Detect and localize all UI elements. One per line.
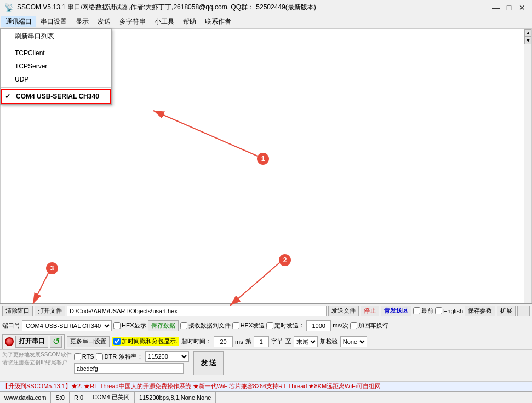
toolbar-row1: 清除窗口 打开文件 发送文件 停止 青发送区 最前 English 保存参数 扩… — [0, 304, 532, 318]
scrollbar[interactable]: ▲ ▼ — [524, 29, 531, 303]
menu-bar: 通讯端口 串口设置 显示 发送 多字符串 小工具 帮助 联系作者 — [0, 15, 532, 28]
status-r: R:0 — [70, 392, 88, 403]
dropdown-item-udp[interactable]: UDP — [1, 73, 111, 86]
send-text-row — [74, 363, 189, 374]
rts-dtr-row: RTS DTR 波特率： 115200 — [74, 351, 189, 362]
toolbar-row3: 打开串口 ↺ 更多串口设置 加时间戳和分包显示. 超时时间： ms 第 字节 至… — [0, 333, 532, 350]
dropdown-item-tcpclient[interactable]: TCPClient — [1, 47, 111, 60]
send-button[interactable]: 发 送 — [193, 351, 224, 375]
maximize-button[interactable]: □ — [504, 2, 514, 13]
open-port-button[interactable]: 打开串口 — [15, 336, 48, 348]
stop-button[interactable]: 停止 — [361, 306, 379, 316]
menu-serial-settings[interactable]: 串口设置 — [36, 16, 71, 27]
upgrade-text: 【升级到SSCOM5.13.1】★2. ★RT-Thread中国人的开源免费操作… — [0, 382, 381, 390]
dropdown-item-tcpserver[interactable]: TCPServer — [1, 60, 111, 73]
minimize-button[interactable]: — — [490, 2, 501, 13]
timestamp-checkbox[interactable] — [113, 338, 121, 345]
port-select[interactable]: COM4 USB-SERIAL CH340 — [22, 320, 112, 331]
timestamp-label[interactable]: 加时间戳和分包显示. — [112, 337, 179, 346]
port-status-indicator — [5, 337, 14, 346]
to-label: 至 — [285, 337, 291, 346]
timed-interval-input[interactable] — [306, 320, 331, 331]
bottom-controls-area: 清除窗口 打开文件 发送文件 停止 青发送区 最前 English 保存参数 扩… — [0, 303, 532, 380]
rts-label[interactable]: RTS — [74, 353, 94, 360]
dash-button[interactable]: — — [517, 306, 530, 316]
app-icon: 📡 — [4, 3, 14, 12]
checkbox-english[interactable] — [435, 307, 442, 314]
menu-help[interactable]: 帮助 — [179, 16, 201, 27]
dropdown-separator — [1, 45, 111, 45]
menu-comm-port[interactable]: 通讯端口 — [1, 16, 36, 27]
add-return-label[interactable]: 加回车换行 — [350, 321, 388, 330]
receive-to-file-checkbox[interactable] — [180, 322, 187, 329]
title-bar-left: 📡 SSCOM V5.13.1 串口/网络数据调试器,作者:大虾丁丁,26180… — [4, 3, 316, 12]
qing-send-region-button[interactable]: 青发送区 — [381, 306, 411, 316]
rts-dtr-group: RTS DTR 波特率： 115200 — [74, 351, 189, 374]
status-bar: www.daxia.com S:0 R:0 COM4 已关闭 115200bps… — [0, 391, 532, 403]
dropdown-separator-2 — [1, 87, 111, 88]
timeout-unit: ms — [235, 338, 243, 345]
rts-dtr-baud-group: 为了更好地发展SSCOM软件 请您注册嘉立创IP结尾客户 — [2, 351, 72, 366]
dtr-checkbox[interactable] — [96, 353, 103, 360]
menu-contact[interactable]: 联系作者 — [201, 16, 236, 27]
add-return-checkbox[interactable] — [350, 322, 357, 329]
hex-display-label[interactable]: HEX显示 — [113, 321, 146, 330]
status-port: COM4 已关闭 — [88, 392, 135, 403]
hex-send-checkbox[interactable] — [232, 322, 239, 329]
close-button[interactable]: ✕ — [517, 2, 528, 13]
port-label: 端口号 — [2, 321, 20, 330]
end-select[interactable]: 末尾 — [294, 336, 318, 347]
checkbox-last-label[interactable]: 最前 — [413, 307, 433, 315]
comm-port-dropdown: 刷新串口列表 TCPClient TCPServer UDP COM4 USB-… — [0, 28, 112, 105]
timed-send-checkbox[interactable] — [266, 322, 273, 329]
scroll-up-button[interactable]: ▲ — [524, 29, 532, 37]
status-website: www.daxia.com — [0, 392, 51, 403]
app-title: SSCOM V5.13.1 串口/网络数据调试器,作者:大虾丁丁,2618058… — [17, 3, 316, 12]
checksum-label: 加检验 — [320, 337, 338, 346]
file-path-input[interactable] — [67, 306, 327, 316]
checkbox-english-label[interactable]: English — [435, 307, 463, 314]
byte-label: 第 — [245, 337, 251, 346]
byte-value-input[interactable] — [254, 336, 269, 347]
checksum-select[interactable]: None — [340, 336, 367, 347]
menu-send[interactable]: 发送 — [93, 16, 115, 27]
title-bar-controls: — □ ✕ — [490, 2, 528, 13]
menu-multichar[interactable]: 多字符串 — [115, 16, 150, 27]
hex-send-label[interactable]: HEX发送 — [232, 321, 265, 330]
more-settings-button[interactable]: 更多串口设置 — [67, 336, 110, 347]
save-data-button[interactable]: 保存数据 — [148, 320, 179, 331]
status-baud-info: 115200bps,8,1,None,None — [135, 392, 216, 403]
baud-select[interactable]: 115200 — [145, 351, 189, 362]
toolbar-row4: 为了更好地发展SSCOM软件 请您注册嘉立创IP结尾客户 RTS DTR 波特率… — [0, 350, 532, 378]
byte-unit: 字节 — [271, 337, 283, 346]
open-file-button[interactable]: 打开文件 — [35, 306, 65, 316]
rts-checkbox[interactable] — [74, 353, 81, 360]
hex-display-checkbox[interactable] — [113, 322, 121, 329]
checkbox-last[interactable] — [413, 307, 420, 314]
title-bar: 📡 SSCOM V5.13.1 串口/网络数据调试器,作者:大虾丁丁,26180… — [0, 0, 532, 15]
dtr-label[interactable]: DTR — [96, 353, 117, 360]
timed-send-label[interactable]: 定时发送： — [266, 321, 305, 330]
send-text-input[interactable] — [74, 363, 184, 374]
baud-label: 波特率： — [119, 353, 143, 361]
timeout-label: 超时时间： — [181, 337, 211, 346]
upgrade-banner: 【升级到SSCOM5.13.1】★2. ★RT-Thread中国人的开源免费操作… — [0, 381, 532, 391]
menu-display[interactable]: 显示 — [71, 16, 93, 27]
send-file-button[interactable]: 发送文件 — [328, 306, 359, 316]
menu-tools[interactable]: 小工具 — [150, 16, 179, 27]
toolbar-row2: 端口号 COM4 USB-SERIAL CH340 HEX显示 保存数据 接收数… — [0, 318, 532, 333]
timed-unit-label: ms/次 — [333, 321, 348, 330]
scroll-down-button[interactable]: ▼ — [524, 37, 532, 44]
clear-window-button[interactable]: 清除窗口 — [2, 306, 33, 316]
timeout-value-input[interactable] — [214, 336, 233, 347]
dropdown-item-refresh[interactable]: 刷新串口列表 — [1, 29, 111, 44]
status-s: S:0 — [51, 392, 70, 403]
save-params-button[interactable]: 保存参数 — [465, 306, 495, 316]
dropdown-item-com4[interactable]: COM4 USB-SERIAL CH340 — [1, 89, 111, 104]
open-port-group: 打开串口 ↺ — [2, 334, 65, 349]
receive-to-file-label[interactable]: 接收数据到文件 — [180, 321, 231, 330]
promo-text: 为了更好地发展SSCOM软件 请您注册嘉立创IP结尾客户 — [2, 351, 72, 366]
expand-button[interactable]: 扩展 — [497, 306, 516, 316]
refresh-port-button[interactable]: ↺ — [50, 336, 62, 348]
